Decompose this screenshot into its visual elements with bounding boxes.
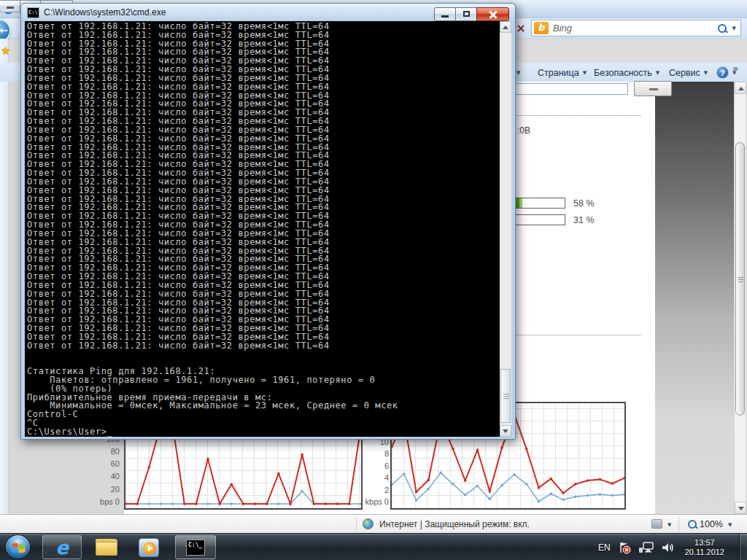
taskbar-explorer-button[interactable]: [89, 535, 124, 559]
ie-icon: e: [55, 537, 69, 559]
dotted-separator: [511, 335, 640, 335]
star-icon: ★: [1, 44, 10, 57]
tools-menu[interactable]: Сервис ▼: [669, 66, 708, 79]
usage-meter-2-label: 31 %: [573, 215, 595, 225]
y-tick-label: 6: [384, 462, 389, 470]
cmd-maximize-button[interactable]: [455, 7, 477, 21]
cmd-scroll-down-button[interactable]: [500, 425, 511, 437]
security-zone-text: Интернет | Защищенный режим: вкл.: [379, 519, 530, 529]
page-menu[interactable]: Страница ▼: [538, 66, 587, 79]
cmd-minimize-button[interactable]: [434, 7, 456, 21]
search-icon[interactable]: [716, 23, 728, 34]
system-tray: EN 13:57 20.11.2012: [598, 534, 738, 560]
show-desktop-button[interactable]: [739, 534, 747, 560]
start-button[interactable]: [5, 534, 31, 559]
search-box: b ▼: [531, 20, 741, 36]
safety-menu[interactable]: Безопасность ▼: [594, 66, 659, 79]
page-form-input[interactable]: [514, 83, 628, 95]
help-icon: ?: [716, 66, 729, 79]
clock[interactable]: 13:57 20.11.2012: [685, 538, 724, 557]
zoom-dropdown[interactable]: ▼: [728, 522, 732, 528]
scrollbar-thumb[interactable]: [735, 142, 745, 416]
y-tick-label: 80: [111, 447, 120, 456]
usage-meter-1-label: 58 %: [573, 198, 595, 209]
back-arrow-icon: ←: [0, 24, 8, 36]
clock-time: 13:57: [685, 538, 724, 548]
bing-logo-icon: b: [534, 22, 549, 34]
search-input[interactable]: [553, 23, 716, 34]
cmd-scroll-up-button[interactable]: [500, 21, 511, 33]
scroll-down-button[interactable]: [735, 502, 746, 514]
hidden-menu-dropdown[interactable]: ▼: [516, 66, 520, 79]
cmd-window-controls: [435, 7, 509, 21]
console-output: Ответ от 192.168.1.21: число байт=32 вре…: [27, 23, 398, 437]
chevron-down-icon: ▼: [656, 70, 659, 76]
y-tick-label: 60: [111, 459, 120, 468]
language-indicator[interactable]: EN: [598, 542, 611, 553]
zoom-level-label[interactable]: 100%: [700, 519, 723, 529]
ie-page-scrollbar[interactable]: [734, 82, 746, 514]
cmd-scrollbar[interactable]: [500, 21, 511, 437]
internet-zone-icon: [363, 518, 374, 529]
page-form-button[interactable]: [634, 81, 672, 96]
command-bar-overflow-chevron[interactable]: »: [732, 63, 738, 74]
taskbar: e C:\_ EN: [0, 533, 747, 560]
usage-meter-1: [514, 198, 565, 209]
dotted-separator: [511, 115, 640, 116]
cmd-close-button[interactable]: [476, 7, 509, 21]
y-tick-label: 2: [384, 486, 389, 494]
taskbar-cmd-button[interactable]: C:\_: [175, 535, 216, 559]
usage-meter-2: [514, 214, 565, 225]
search-dropdown-arrow[interactable]: ▼: [732, 26, 736, 31]
stop-icon: ×: [516, 21, 525, 35]
volume-icon[interactable]: [661, 541, 676, 554]
protected-mode-icon[interactable]: [651, 519, 662, 529]
favorites-star-button[interactable]: ★: [1, 44, 12, 57]
y-tick-label: 40: [111, 472, 120, 481]
y-tick-label: 4: [384, 473, 389, 482]
desktop: e ← × b ▼ ★ ▼ Страница ▼ Безопасность ▼: [0, 0, 747, 560]
cmd-scrollbar-thumb[interactable]: [500, 369, 511, 423]
cmd-taskbar-icon: C:\_: [186, 540, 205, 556]
ie-left-strip: [0, 39, 9, 514]
action-center-icon[interactable]: [617, 541, 632, 554]
taskbar-media-player-button[interactable]: [131, 535, 166, 559]
cmd-console[interactable]: Ответ от 192.168.1.21: число байт=32 вре…: [25, 21, 511, 437]
chevron-down-icon: ▼: [583, 70, 587, 76]
cmd-window-title: C:\Windows\system32\cmd.exe: [44, 7, 166, 18]
cmd-icon: C:\: [27, 7, 39, 18]
cmd-titlebar[interactable]: C:\ C:\Windows\system32\cmd.exe: [21, 4, 515, 21]
zoom-icon: [686, 518, 698, 530]
scroll-up-button[interactable]: [735, 82, 746, 94]
y-tick-label: kbps 0: [365, 497, 389, 506]
media-player-icon: [139, 538, 159, 557]
clock-date: 20.11.2012: [685, 548, 724, 557]
folder-icon: [96, 539, 117, 556]
chevron-down-icon: ▼: [704, 70, 708, 76]
ie-minimize-button[interactable]: [0, 0, 20, 12]
usage-meter-1-fill: [515, 198, 522, 208]
windows-logo-icon: [11, 541, 26, 555]
cmd-window: C:\ C:\Windows\system32\cmd.exe Ответ от…: [20, 3, 516, 440]
y-tick-label: 8: [384, 449, 389, 458]
page-right-margin: [655, 82, 734, 514]
y-tick-label: 20: [111, 485, 120, 494]
taskbar-ie-button[interactable]: e: [42, 535, 82, 559]
ie-status-bar: Интернет | Защищенный режим: вкл. ▼ 100%…: [0, 514, 747, 533]
network-icon[interactable]: [638, 541, 654, 554]
protected-mode-dropdown[interactable]: ▼: [667, 522, 671, 528]
y-tick-label: bps 0: [100, 497, 120, 506]
snippet-text: :0B: [517, 125, 530, 136]
